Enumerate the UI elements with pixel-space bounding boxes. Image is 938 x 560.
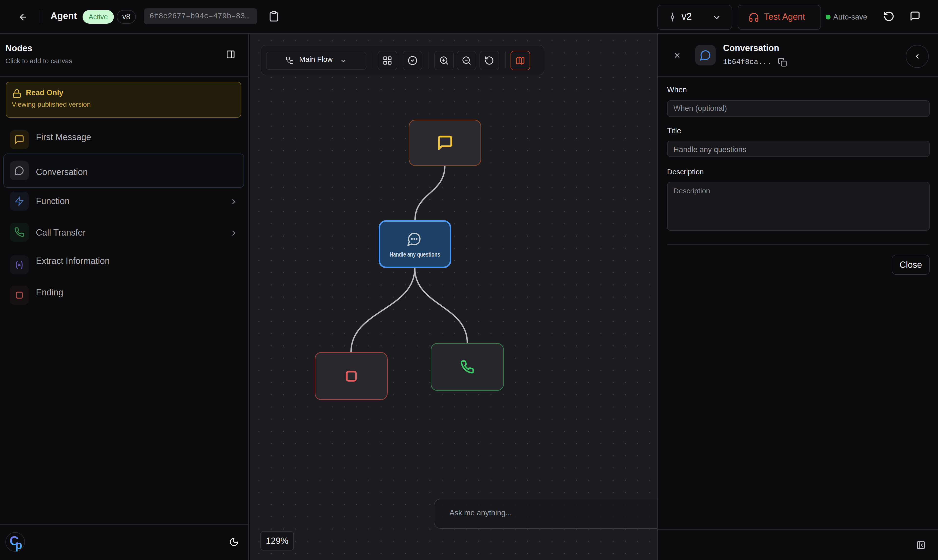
svg-text:p: p	[15, 538, 22, 551]
